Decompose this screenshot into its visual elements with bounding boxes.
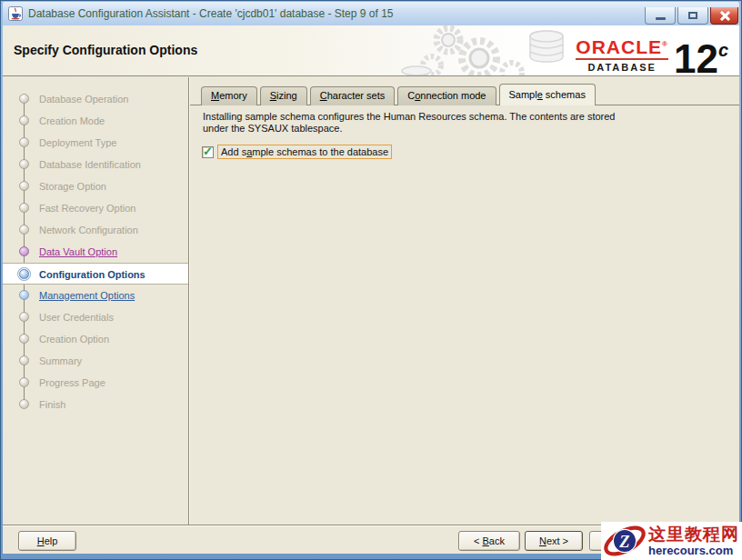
tab-sample-schemas[interactable]: Sample schemas xyxy=(499,84,596,105)
close-button[interactable] xyxy=(710,7,738,25)
checkmark-icon: ✓ xyxy=(203,145,213,158)
page-title: Specify Configuration Options xyxy=(14,43,197,57)
step-node-icon xyxy=(19,399,29,409)
help-button[interactable]: Help xyxy=(18,531,76,551)
sidebar-item-creation-option: Creation Option xyxy=(3,328,188,350)
description-line-1: Installing sample schema configures the … xyxy=(203,111,615,123)
svg-text:Z: Z xyxy=(618,533,629,551)
step-node-icon xyxy=(19,225,29,235)
step-node-icon xyxy=(19,269,29,279)
wizard-steps-sidebar: Database Operation Creation Mode Deploym… xyxy=(3,77,188,525)
step-node-icon xyxy=(19,181,29,191)
sidebar-item-creation-mode: Creation Mode xyxy=(3,110,188,132)
tab-memory[interactable]: Memory xyxy=(201,86,257,105)
add-sample-schemas-row: ✓ Add sample schemas to the database xyxy=(202,145,392,159)
tab-strip: Memory Sizing Character sets Connection … xyxy=(201,84,598,105)
sidebar-item-progress-page: Progress Page xyxy=(3,372,188,394)
description-line-2: under the SYSAUX tablespace. xyxy=(203,123,342,135)
add-sample-schemas-label[interactable]: Add sample schemas to the database xyxy=(217,145,392,159)
oracle-red-rule xyxy=(576,58,668,60)
step-node-icon xyxy=(19,203,29,213)
maximize-icon xyxy=(688,12,697,19)
oracle-database-12c-logo: ORACLE® DATABASE 12c xyxy=(576,30,728,79)
next-button[interactable]: Next > xyxy=(525,531,583,551)
database-wordmark: DATABASE xyxy=(587,62,656,73)
tab-character-sets[interactable]: Character sets xyxy=(310,86,396,105)
maximize-button[interactable] xyxy=(677,7,708,25)
step-node-icon xyxy=(19,137,29,147)
sidebar-item-deployment-type: Deployment Type xyxy=(3,132,188,154)
tab-connection-mode[interactable]: Connection mode xyxy=(397,86,496,105)
oracle-wordmark: ORACLE® xyxy=(576,35,668,56)
sidebar-item-database-identification: Database Identification xyxy=(3,154,188,175)
sidebar-item-user-credentials: User Credentials xyxy=(3,306,188,328)
sidebar-item-summary: Summary xyxy=(3,350,188,372)
step-node-icon xyxy=(19,246,29,256)
sidebar-item-management-options[interactable]: Management Options xyxy=(3,285,188,306)
title-bar[interactable]: Database Configuration Assistant - Creat… xyxy=(3,2,739,25)
window-title: Database Configuration Assistant - Creat… xyxy=(28,7,394,20)
registered-mark: ® xyxy=(662,40,668,48)
watermark-site-url: herecours.com xyxy=(648,544,733,557)
step-node-icon xyxy=(19,334,29,344)
step-node-icon xyxy=(19,159,29,169)
sidebar-item-storage-option: Storage Option xyxy=(3,175,188,197)
watermark-logo-icon: Z xyxy=(601,522,648,560)
sidebar-item-finish: Finish xyxy=(3,394,188,415)
tab-sizing[interactable]: Sizing xyxy=(260,86,307,105)
dbca-window: Database Configuration Assistant - Creat… xyxy=(0,0,742,560)
client-area: Specify Configuration Options ORACLE® DA… xyxy=(3,25,739,554)
gears-artwork-icon xyxy=(385,25,594,75)
minimize-icon xyxy=(656,17,666,20)
version-12c: 12c xyxy=(674,30,728,79)
back-button[interactable]: < Back xyxy=(458,531,520,551)
watermark-site-name: 这里教程网 xyxy=(648,525,739,544)
minimize-button[interactable] xyxy=(645,7,676,25)
step-node-icon xyxy=(19,355,29,365)
sidebar-item-configuration-options: Configuration Options xyxy=(3,263,188,285)
sidebar-item-database-operation: Database Operation xyxy=(3,88,188,110)
watermark-overlay: Z 这里教程网 herecours.com xyxy=(601,522,742,560)
close-icon xyxy=(719,10,730,21)
step-node-icon xyxy=(19,115,29,125)
java-app-icon xyxy=(8,6,23,21)
step-node-icon xyxy=(19,377,29,387)
wizard-header: Specify Configuration Options ORACLE® DA… xyxy=(3,25,739,76)
add-sample-schemas-checkbox[interactable]: ✓ xyxy=(202,146,214,158)
sidebar-item-data-vault-option[interactable]: Data Vault Option xyxy=(3,241,188,263)
step-node-icon xyxy=(19,94,29,104)
main-panel: Memory Sizing Character sets Connection … xyxy=(190,77,739,525)
caption-buttons xyxy=(645,7,740,25)
step-node-icon xyxy=(19,312,29,322)
step-node-icon xyxy=(19,290,29,300)
sidebar-item-fast-recovery-option: Fast Recovery Option xyxy=(3,197,188,219)
sidebar-item-network-configuration: Network Configuration xyxy=(3,219,188,241)
